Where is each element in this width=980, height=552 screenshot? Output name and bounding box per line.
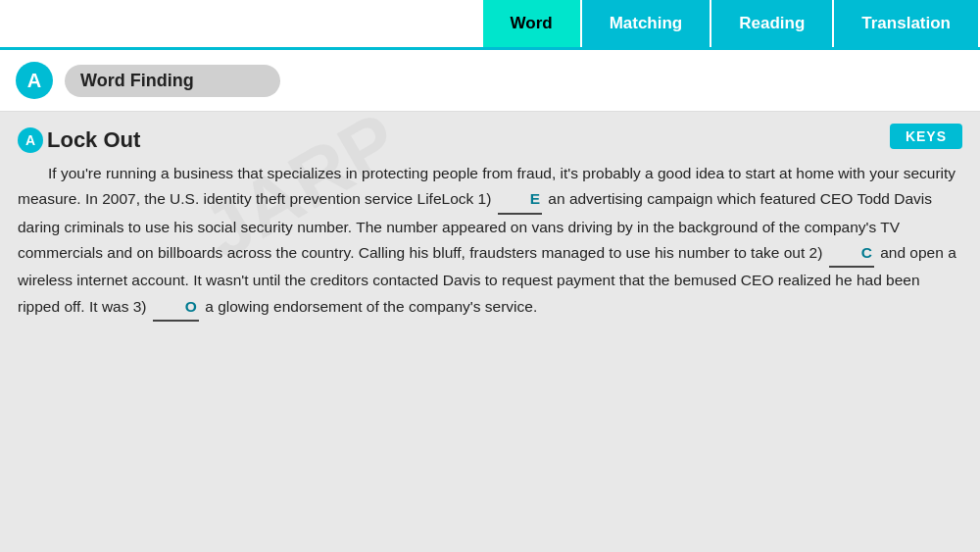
- top-nav: Word Matching Reading Translation: [0, 0, 980, 50]
- tab-word[interactable]: Word: [483, 0, 582, 47]
- exercise-title: Lock Out: [47, 127, 140, 153]
- tab-matching[interactable]: Matching: [582, 0, 712, 47]
- tab-translation[interactable]: Translation: [834, 0, 980, 47]
- section-letter-badge: A: [16, 62, 53, 99]
- keys-button[interactable]: KEYS: [890, 124, 962, 149]
- exercise-block: A Lock Out If you're running a business …: [18, 127, 962, 322]
- blank-2: C: [829, 240, 874, 268]
- content-area: JARP KEYS A Lock Out If you're running a…: [0, 112, 980, 552]
- exercise-header: A Lock Out: [18, 127, 962, 153]
- section-header: A Word Finding: [0, 50, 980, 112]
- tab-reading[interactable]: Reading: [711, 0, 834, 47]
- paragraph-4-text: a glowing endorsement of the company's s…: [205, 298, 537, 315]
- exercise-body: If you're running a business that specia…: [18, 161, 962, 322]
- blank-1: E: [498, 186, 542, 214]
- exercise-letter-badge: A: [18, 127, 43, 153]
- section-title: Word Finding: [65, 65, 280, 97]
- blank-3: O: [153, 294, 199, 322]
